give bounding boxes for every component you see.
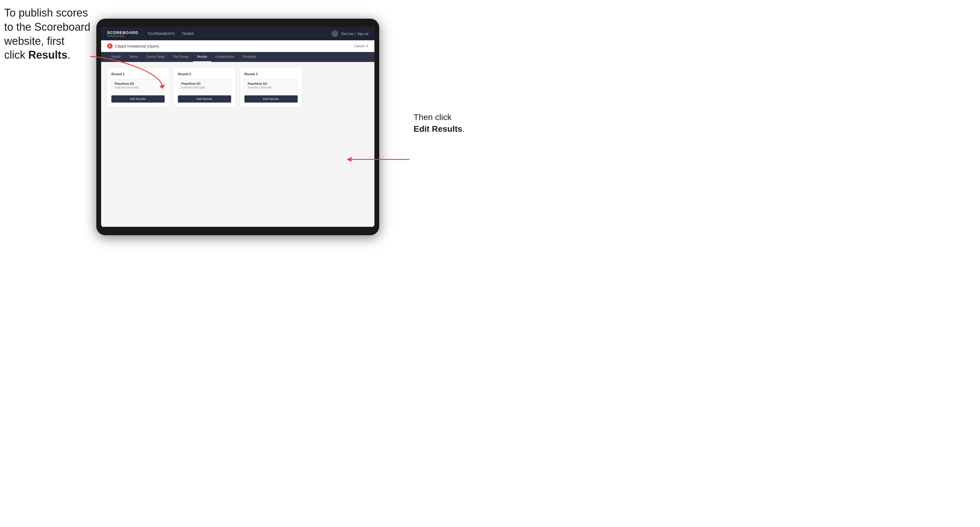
instruction-right: Then click Edit Results. xyxy=(414,111,486,135)
round-2-course-detail: Gold (M) (7010 yds) xyxy=(181,86,228,89)
instruction-line2: to the Scoreboard xyxy=(4,21,90,33)
round-3-course-detail: Gold (M) (7010 yds) xyxy=(248,86,294,89)
round-2-course-name: Peachtree GC xyxy=(181,82,228,86)
tab-teams[interactable]: Teams xyxy=(125,52,142,62)
main-content: Round 1 Peachtree GC Gold (M) (7010 yds)… xyxy=(101,62,374,227)
round-3-course-card: Peachtree GC Gold (M) (7010 yds) xyxy=(244,79,298,92)
nav-link-tournaments[interactable]: TOURNAMENTS xyxy=(148,32,175,35)
round-card-3: Round 3 Peachtree GC Gold (M) (7010 yds)… xyxy=(240,68,302,107)
round-card-2: Round 2 Peachtree GC Gold (M) (7010 yds)… xyxy=(173,68,235,107)
round-1-title: Round 1 xyxy=(111,72,165,76)
tab-leaderboards[interactable]: Leaderboards xyxy=(211,52,239,62)
round-3-course-name: Peachtree GC xyxy=(248,82,294,86)
tab-course-setup[interactable]: Course Setup xyxy=(142,52,169,62)
instruction-bold: Results xyxy=(28,49,67,61)
round-1-course-name: Peachtree GC xyxy=(115,82,161,86)
instruction-line4: click Results. xyxy=(4,49,70,61)
nav-right: Test User | Sign out xyxy=(331,30,368,37)
tournament-header: C Clippd Invitational (Open) Cancel ✕ xyxy=(101,40,374,52)
tab-tee-groups[interactable]: Tee Groups xyxy=(169,52,193,62)
logo-main-text: SCOREBOARD xyxy=(107,30,138,35)
round-3-title: Round 3 xyxy=(244,72,298,76)
top-nav: SCOREBOARD Powered by clippd TOURNAMENTS… xyxy=(101,27,374,40)
user-avatar xyxy=(331,30,338,37)
nav-link-teams[interactable]: TEAMS xyxy=(182,32,194,35)
edit-results-button-2[interactable]: Edit Results xyxy=(178,95,231,103)
instruction-line1: To publish scores xyxy=(4,6,88,19)
edit-results-button-3[interactable]: Edit Results xyxy=(244,95,298,103)
round-1-course-detail: Gold (M) (7010 yds) xyxy=(115,86,161,89)
tournament-name: Clippd Invitational (Open) xyxy=(115,44,159,48)
instruction-left: To publish scores to the Scoreboard webs… xyxy=(4,6,92,62)
empty-column xyxy=(307,68,368,107)
signout-link[interactable]: Sign out xyxy=(357,32,368,35)
sub-nav-tabs: Details Teams Course Setup Tee Groups Re… xyxy=(101,52,374,62)
tab-details[interactable]: Details xyxy=(107,52,125,62)
nav-links: TOURNAMENTS TEAMS xyxy=(148,32,331,35)
scoreboard-logo: SCOREBOARD Powered by clippd xyxy=(107,30,138,37)
instruction-right-bold: Edit Results xyxy=(414,124,462,133)
tournament-title-area: C Clippd Invitational (Open) xyxy=(107,43,159,49)
edit-results-button-1[interactable]: Edit Results xyxy=(111,95,165,103)
tab-results[interactable]: Results xyxy=(193,52,211,62)
round-card-1: Round 1 Peachtree GC Gold (M) (7010 yds)… xyxy=(107,68,169,107)
round-1-course-card: Peachtree GC Gold (M) (7010 yds) xyxy=(111,79,165,92)
instruction-line3: website, first xyxy=(4,35,64,47)
round-2-course-card: Peachtree GC Gold (M) (7010 yds) xyxy=(178,79,231,92)
nav-user-text: Test User | Sign out xyxy=(341,32,368,35)
tab-printables[interactable]: Printables xyxy=(239,52,260,62)
cancel-button[interactable]: Cancel ✕ xyxy=(354,44,368,48)
rounds-grid: Round 1 Peachtree GC Gold (M) (7010 yds)… xyxy=(107,68,368,107)
instruction-right-line1: Then click xyxy=(414,113,452,122)
round-2-title: Round 2 xyxy=(178,72,231,76)
tournament-icon: C xyxy=(107,43,113,49)
tablet-screen: SCOREBOARD Powered by clippd TOURNAMENTS… xyxy=(101,27,374,227)
logo-sub-text: Powered by clippd xyxy=(107,35,138,37)
tablet-device: SCOREBOARD Powered by clippd TOURNAMENTS… xyxy=(96,19,379,235)
